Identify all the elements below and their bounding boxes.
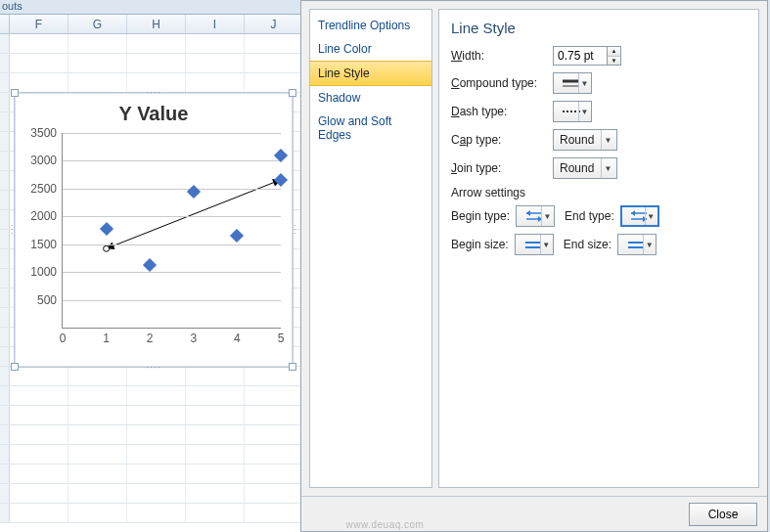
column-header[interactable]: F [10, 15, 68, 33]
width-spinner[interactable]: ▲▼ [607, 46, 621, 66]
width-input[interactable] [553, 46, 608, 66]
resize-handle-icon[interactable] [11, 363, 19, 371]
line-style-panel: Line Style Width: ▲▼ Compound type: ▼ Da… [438, 9, 759, 488]
chart-title[interactable]: Y Value [15, 93, 293, 129]
column-header[interactable]: I [186, 15, 245, 33]
svg-marker-13 [631, 210, 635, 216]
select-all-corner[interactable] [0, 15, 10, 33]
join-type-dropdown[interactable]: Round ▼ [553, 157, 617, 179]
x-tick-label: 4 [234, 328, 241, 345]
y-tick-label: 1000 [23, 265, 63, 279]
resize-handle-icon[interactable] [11, 89, 19, 97]
y-tick-label: 3500 [23, 126, 63, 140]
spin-down-icon[interactable]: ▼ [608, 57, 620, 66]
gridline [63, 244, 281, 245]
chevron-down-icon: ▼ [643, 235, 655, 254]
dash-type-dropdown[interactable]: ▼ [553, 101, 592, 122]
plot-area[interactable]: 500100015002000250030003500012345 [62, 133, 281, 329]
gridline [63, 300, 281, 301]
resize-handle-icon[interactable]: ···· [146, 87, 160, 98]
nav-item[interactable]: Glow and Soft Edges [310, 110, 431, 147]
trendline[interactable] [63, 133, 281, 328]
column-header[interactable]: G [68, 15, 127, 33]
resize-handle-icon[interactable] [289, 89, 296, 97]
column-header[interactable]: J [245, 15, 303, 33]
end-size-label: End size: [564, 238, 611, 251]
arrow-settings-label: Arrow settings [451, 186, 747, 200]
spin-up-icon[interactable]: ▲ [608, 47, 620, 57]
gridline [63, 133, 281, 134]
resize-handle-icon[interactable]: ··· [290, 224, 300, 235]
embedded-chart[interactable]: ···· ···· ··· ··· Y Value 50010001500200… [14, 92, 294, 368]
resize-handle-icon[interactable]: ··· [7, 224, 18, 235]
gridline [63, 272, 281, 273]
gridline [63, 216, 281, 217]
dash-type-label: Dash type: [451, 105, 553, 118]
cap-type-label: Cap type: [451, 133, 553, 147]
width-label: Width: [451, 49, 553, 63]
x-tick-label: 2 [147, 328, 154, 345]
begin-type-dropdown[interactable]: ▼ [516, 205, 555, 227]
svg-point-3 [104, 245, 110, 251]
y-tick-label: 1500 [23, 238, 63, 251]
end-size-dropdown[interactable]: ▼ [617, 234, 657, 255]
ribbon-group-label: outs [2, 0, 23, 12]
y-tick-label: 3000 [23, 154, 63, 167]
ribbon-group-fragment: outs [0, 0, 303, 12]
begin-size-label: Begin size: [451, 238, 509, 251]
chevron-down-icon: ▼ [645, 207, 657, 225]
panel-heading: Line Style [451, 20, 747, 36]
compound-type-dropdown[interactable]: ▼ [553, 72, 592, 94]
begin-size-dropdown[interactable]: ▼ [515, 234, 554, 255]
end-type-dropdown[interactable]: ▼ [620, 205, 659, 227]
nav-item[interactable]: Shadow [310, 86, 431, 110]
nav-item[interactable]: Trendline Options [310, 14, 431, 37]
y-tick-label: 2500 [23, 182, 63, 196]
x-tick-label: 0 [60, 328, 67, 345]
join-type-value: Round [560, 161, 594, 175]
begin-type-label: Begin type: [451, 209, 510, 223]
column-headers-row: F G H I J [0, 15, 303, 34]
chevron-down-icon: ▼ [578, 73, 590, 93]
gridline [63, 189, 281, 190]
chevron-down-icon: ▼ [601, 158, 614, 178]
svg-marker-9 [526, 210, 530, 216]
x-tick-label: 3 [190, 328, 197, 345]
x-tick-label: 5 [278, 328, 285, 345]
dialog-footer: Close [301, 496, 767, 531]
y-tick-label: 500 [23, 293, 63, 307]
resize-handle-icon[interactable] [289, 363, 296, 371]
cap-type-dropdown[interactable]: Round ▼ [553, 129, 617, 151]
resize-handle-icon[interactable]: ···· [146, 362, 160, 373]
y-tick-label: 2000 [23, 209, 63, 223]
compound-type-label: Compound type: [451, 76, 553, 90]
chevron-down-icon: ▼ [601, 130, 614, 150]
column-header[interactable]: H [127, 15, 186, 33]
join-type-label: Join type: [451, 161, 553, 175]
nav-item[interactable]: Line Style [310, 61, 431, 86]
close-button[interactable]: Close [689, 503, 757, 526]
cap-type-value: Round [560, 133, 594, 147]
format-trendline-dialog: Trendline OptionsLine ColorLine StyleSha… [300, 0, 768, 532]
nav-item[interactable]: Line Color [310, 37, 431, 61]
gridline [63, 160, 281, 161]
x-tick-label: 1 [103, 328, 110, 345]
end-type-label: End type: [565, 209, 614, 223]
chevron-down-icon: ▼ [578, 102, 590, 121]
chevron-down-icon: ▼ [541, 206, 553, 226]
chevron-down-icon: ▼ [540, 235, 552, 254]
dialog-nav-list: Trendline OptionsLine ColorLine StyleSha… [309, 9, 432, 488]
